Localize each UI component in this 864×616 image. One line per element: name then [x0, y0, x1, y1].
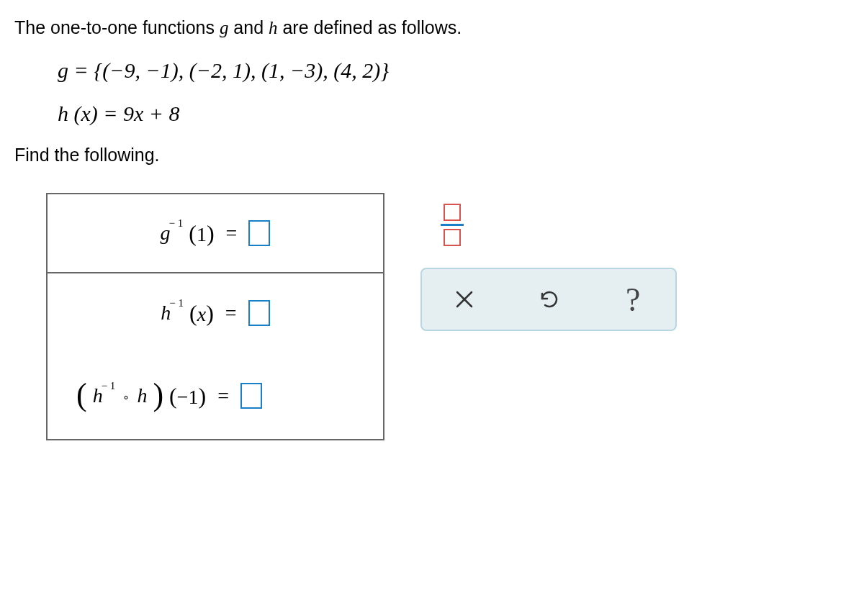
fraction-tool-button[interactable] — [420, 193, 484, 256]
r3-arg: −1 — [177, 386, 199, 408]
h-definition: h (x) = 9x + 8 — [58, 101, 850, 126]
r3-comp: ∘ — [122, 391, 130, 404]
r3-eq: = — [217, 384, 229, 407]
r1-arg: 1 — [197, 223, 207, 245]
reset-button[interactable] — [506, 269, 590, 330]
input-composition[interactable] — [240, 383, 262, 409]
action-button-bar: ? — [420, 268, 677, 331]
content-row: g− 1 (1) = h− 1 (x) = ( h− 1 ∘ h ) (−1) — [14, 193, 850, 440]
clear-button[interactable] — [422, 269, 506, 330]
close-icon — [454, 289, 475, 310]
g-def-text: g = {(−9, −1), (−2, 1), (1, −3), (4, 2)} — [58, 58, 389, 82]
intro-h: h — [269, 18, 278, 37]
help-icon: ? — [626, 281, 640, 319]
r2-arg: x — [197, 303, 206, 325]
fraction-icon — [441, 204, 464, 246]
h-def-text: h (x) = 9x + 8 — [58, 101, 180, 125]
r3-sup1: − 1 — [102, 380, 116, 391]
g-definition: g = {(−9, −1), (−2, 1), (1, −3), (4, 2)} — [58, 58, 850, 83]
intro-g: g — [220, 18, 229, 37]
answer-row-g-inverse: g− 1 (1) = — [48, 194, 383, 273]
r1-eq: = — [226, 222, 238, 245]
tool-column: ? — [420, 193, 677, 331]
intro-text: The one-to-one functions g and h are def… — [14, 17, 850, 38]
input-h-inverse[interactable] — [248, 300, 270, 326]
r1-sup: − 1 — [169, 217, 184, 229]
find-text: Find the following. — [14, 145, 850, 166]
r3-base2: h — [137, 384, 147, 407]
answer-table: g− 1 (1) = h− 1 (x) = ( h− 1 ∘ h ) (−1) — [46, 193, 384, 440]
r2-sup: − 1 — [169, 297, 184, 309]
r2-eq: = — [225, 302, 237, 325]
undo-icon — [536, 287, 561, 312]
answer-row-h-inverse: h− 1 (x) = — [48, 273, 383, 353]
help-button[interactable]: ? — [591, 269, 675, 330]
intro-suffix: are defined as follows. — [278, 17, 462, 37]
intro-prefix: The one-to-one functions — [14, 17, 220, 37]
input-g-inverse[interactable] — [248, 220, 270, 246]
answer-row-composition: ( h− 1 ∘ h ) (−1) = — [48, 353, 383, 439]
intro-mid: and — [228, 17, 269, 37]
